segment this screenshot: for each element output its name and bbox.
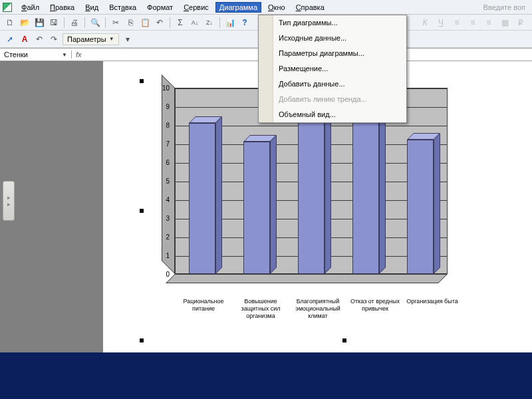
dd-chart-options[interactable]: Параметры диаграммы... (259, 46, 406, 61)
save-as-icon[interactable]: 🖫 (48, 17, 60, 29)
menubar: Файл Правка Вид Вставка Формат Сервис Ди… (0, 0, 532, 15)
search-help-input[interactable]: Введите воп (483, 3, 529, 11)
redo2-icon[interactable]: ↷ (48, 33, 60, 45)
underline-icon: Ч (435, 17, 447, 29)
align-right-icon: ≡ (483, 17, 495, 29)
params-label: Параметры (67, 35, 106, 43)
params-button[interactable]: Параметры ▼ (63, 33, 119, 45)
italic-icon: К (419, 17, 431, 29)
arrow-icon[interactable]: ➚ (4, 33, 16, 45)
menu-file[interactable]: Файл (17, 2, 43, 13)
new-icon[interactable]: 🗋 (4, 17, 16, 29)
menu-chart[interactable]: Диаграмма (215, 2, 261, 13)
x-tick-label: Организация быта (404, 298, 461, 320)
y-tick-label: 8 (158, 122, 170, 129)
y-tick-label: 6 (158, 159, 170, 166)
y-tick-label: 10 (158, 84, 170, 92)
chevron-down-icon: ▼ (109, 36, 114, 42)
y-tick-label: 4 (158, 196, 170, 203)
y-tick-label: 0 (158, 271, 170, 278)
app-frame: Файл Правка Вид Вставка Формат Сервис Ди… (0, 0, 532, 352)
bar[interactable] (243, 142, 270, 274)
sep (64, 17, 65, 28)
copy-icon[interactable]: ⎘ (124, 17, 136, 29)
dd-add-trendline: Добавить линию тренда... (259, 92, 406, 107)
side-handle[interactable]: ▸▸ (3, 181, 15, 221)
paste-icon[interactable]: 📋 (139, 17, 151, 29)
undo-icon[interactable]: ↶ (154, 17, 166, 29)
fx-icon[interactable]: fx (72, 51, 86, 59)
menu-window[interactable]: Окно (264, 2, 289, 13)
y-tick-label: 1 (158, 252, 170, 259)
dd-location[interactable]: Размещение... (259, 61, 406, 76)
y-tick-label: 9 (158, 103, 170, 110)
name-box-value: Стенки (4, 51, 28, 59)
font-color-icon[interactable]: A (19, 33, 31, 45)
menu-insert[interactable]: Вставка (105, 2, 140, 13)
sort-desc-icon[interactable]: Z↓ (203, 17, 215, 29)
gray-margin: ▸▸ (0, 61, 103, 352)
open-icon[interactable]: 📂 (19, 17, 31, 29)
dd-3d-view[interactable]: Объемный вид... (259, 107, 406, 122)
selection-handle[interactable] (140, 209, 144, 213)
chart-wizard-icon[interactable]: 📊 (224, 17, 236, 29)
menu-help[interactable]: Справка (292, 2, 329, 13)
x-tick-label: Рациональное питание (175, 298, 232, 320)
merge-icon: ▦ (499, 17, 511, 29)
y-tick-label: 7 (158, 140, 170, 148)
x-tick-label: Вовышение защитных сил организма (232, 298, 289, 320)
x-tick-label: Благоприятный эмоциональный климат (289, 298, 346, 320)
help-icon[interactable]: ? (239, 17, 251, 29)
preview-icon[interactable]: 🔍 (89, 17, 101, 29)
chart-floor (166, 274, 448, 283)
menu-edit[interactable]: Правка (46, 2, 78, 13)
format-toolbar-disabled: К Ч ≡ ≡ ≡ ▦ ₽ (414, 15, 532, 31)
sum-icon[interactable]: Σ (174, 17, 186, 29)
x-tick-label: Отказ от вредных привычек (346, 298, 404, 320)
bar[interactable] (407, 140, 434, 274)
chevron-down-icon: ▼ (62, 52, 67, 58)
selection-handle[interactable] (140, 79, 144, 83)
cut-icon[interactable]: ✂ (110, 17, 122, 29)
menu-tools[interactable]: Сервис (180, 2, 213, 13)
y-tick-label: 5 (158, 178, 170, 185)
selection-handle[interactable] (140, 338, 144, 342)
bar[interactable] (189, 123, 215, 274)
app-icon (3, 3, 12, 12)
print-icon[interactable]: 🖨 (68, 17, 80, 29)
more-icon[interactable]: ▾ (122, 33, 134, 45)
align-center-icon: ≡ (467, 17, 479, 29)
menu-format[interactable]: Формат (143, 2, 177, 13)
menu-view[interactable]: Вид (81, 2, 102, 13)
dd-source-data[interactable]: Исходные данные... (259, 31, 406, 46)
x-axis-labels: Рациональное питаниеВовышение защитных с… (175, 298, 461, 320)
sep (105, 17, 106, 28)
sep (170, 17, 170, 28)
y-tick-label: 2 (158, 233, 170, 241)
dd-chart-type[interactable]: Тип диаграммы... (259, 15, 406, 31)
sep (219, 17, 220, 28)
selection-handle[interactable] (342, 338, 346, 342)
save-icon[interactable]: 💾 (33, 17, 45, 29)
currency-icon: ₽ (515, 17, 527, 29)
sort-asc-icon[interactable]: A↓ (189, 17, 201, 29)
dd-add-data[interactable]: Добавить данные... (259, 76, 406, 92)
align-left-icon: ≡ (451, 17, 463, 29)
y-tick-label: 3 (158, 215, 170, 222)
chart-menu-dropdown: Тип диаграммы... Исходные данные... Пара… (258, 15, 407, 123)
name-box[interactable]: Стенки ▼ (0, 51, 72, 59)
sep (84, 17, 85, 28)
undo2-icon[interactable]: ↶ (33, 33, 45, 45)
